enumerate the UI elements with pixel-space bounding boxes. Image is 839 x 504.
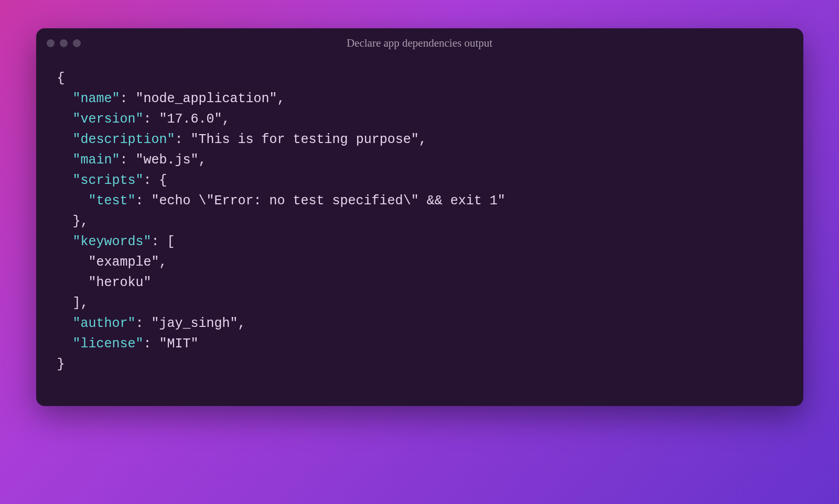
code-line: "main": "web.js",	[57, 150, 782, 170]
code-line: },	[57, 211, 782, 232]
colon: :	[136, 316, 152, 331]
json-value-license: "MIT"	[159, 336, 199, 352]
code-line: "license": "MIT"	[57, 334, 782, 354]
comma: ,	[199, 152, 207, 168]
brace-close: }	[57, 357, 65, 372]
window-title: Declare app dependencies output	[36, 37, 803, 50]
json-key-description: "description"	[73, 132, 175, 147]
close-window-icon[interactable]	[47, 39, 55, 47]
window-titlebar: Declare app dependencies output	[36, 28, 803, 58]
code-output: { "name": "node_application", "version":…	[36, 58, 803, 406]
bracket-open: [	[167, 234, 175, 249]
json-value-description: "This is for testing purpose"	[191, 132, 419, 147]
minimize-window-icon[interactable]	[60, 39, 68, 47]
code-line: "version": "17.6.0",	[57, 109, 782, 129]
colon: :	[144, 173, 159, 188]
terminal-window: Declare app dependencies output { "name"…	[36, 28, 803, 406]
json-key-scripts: "scripts"	[73, 173, 144, 188]
comma: ,	[277, 91, 285, 106]
comma: ,	[419, 132, 427, 147]
code-line: "test": "echo \"Error: no test specified…	[57, 191, 782, 211]
code-line: "keywords": [	[57, 232, 782, 252]
json-key-name: "name"	[73, 91, 120, 106]
comma: ,	[238, 316, 246, 331]
colon: :	[136, 193, 152, 209]
brace-open: {	[57, 71, 65, 86]
code-line: "description": "This is for testing purp…	[57, 129, 782, 150]
json-value-keyword-1: "heroku"	[89, 275, 152, 290]
code-line: "heroku"	[57, 272, 782, 293]
json-key-test: "test"	[89, 193, 136, 209]
json-value-name: "node_application"	[136, 91, 277, 106]
comma: ,	[81, 295, 89, 311]
colon: :	[120, 91, 136, 106]
json-key-version: "version"	[73, 112, 144, 127]
comma: ,	[222, 112, 230, 127]
bracket-close: ]	[73, 295, 81, 311]
code-line: {	[57, 68, 782, 89]
code-line: "name": "node_application",	[57, 89, 782, 109]
traffic-lights	[47, 39, 81, 47]
colon: :	[144, 336, 159, 352]
brace-close: }	[73, 214, 81, 229]
colon: :	[144, 112, 159, 127]
json-value-test: "echo \"Error: no test specified\" && ex…	[152, 193, 505, 209]
json-value-main: "web.js"	[136, 152, 199, 168]
json-value-keyword-0: "example"	[89, 255, 159, 270]
json-key-main: "main"	[73, 152, 120, 168]
code-line: "author": "jay_singh",	[57, 313, 782, 334]
comma: ,	[81, 214, 89, 229]
json-value-version: "17.6.0"	[159, 112, 222, 127]
json-value-author: "jay_singh"	[152, 316, 238, 331]
colon: :	[175, 132, 191, 147]
maximize-window-icon[interactable]	[73, 39, 81, 47]
colon: :	[152, 234, 167, 249]
comma: ,	[159, 255, 167, 270]
json-key-license: "license"	[73, 336, 144, 352]
colon: :	[120, 152, 136, 168]
code-line: }	[57, 354, 782, 375]
brace-open: {	[159, 173, 167, 188]
json-key-keywords: "keywords"	[73, 234, 152, 249]
code-line: ],	[57, 293, 782, 313]
json-key-author: "author"	[73, 316, 136, 331]
code-line: "example",	[57, 252, 782, 272]
code-line: "scripts": {	[57, 170, 782, 191]
